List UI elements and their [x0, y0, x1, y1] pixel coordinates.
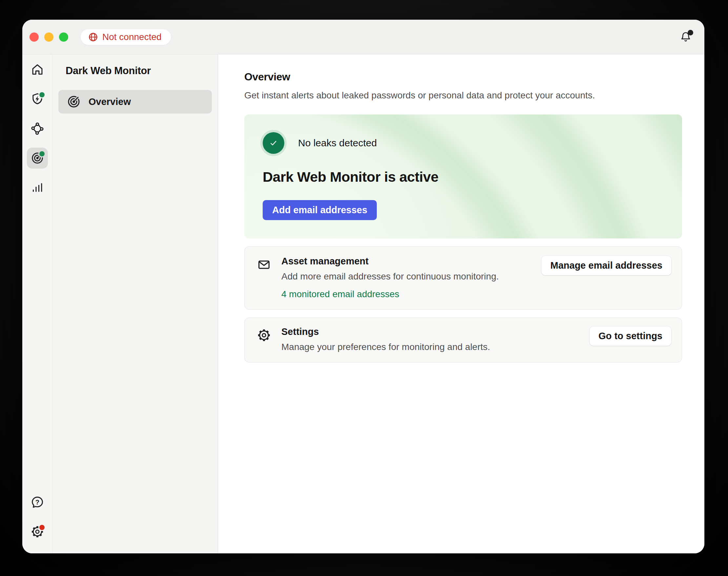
minimize-button[interactable]: [44, 32, 54, 42]
card-text: Asset management Add more email addresse…: [281, 256, 499, 299]
traffic-lights: [30, 32, 68, 42]
hero-card: No leaks detected Dark Web Monitor is ac…: [244, 114, 682, 238]
sidebar-item-label: Overview: [89, 96, 131, 107]
security-status-badge: [38, 91, 46, 98]
hero-headline: Dark Web Monitor is active: [263, 169, 664, 185]
sidebar-panel: Dark Web Monitor Overview: [53, 54, 218, 553]
asset-management-card: Asset management Add more email addresse…: [244, 246, 682, 310]
card-description: Manage your preferences for monitoring a…: [281, 342, 490, 352]
card-text: Settings Manage your preferences for mon…: [281, 326, 490, 352]
add-email-addresses-button[interactable]: Add email addresses: [263, 200, 377, 220]
rail-item-security[interactable]: [27, 89, 48, 110]
icon-rail: ?: [22, 54, 53, 553]
radar-icon: [66, 94, 81, 109]
check-icon: [268, 138, 279, 149]
gear-icon: [257, 328, 271, 344]
home-icon: [30, 62, 45, 77]
rail-item-settings[interactable]: [27, 521, 48, 542]
rail-item-statistics[interactable]: [27, 177, 48, 198]
bar-chart-icon: [30, 180, 45, 195]
network-nodes-icon: [30, 121, 45, 136]
page-description: Get instant alerts about leaked password…: [244, 90, 682, 101]
settings-alert-badge: [38, 524, 46, 531]
card-title: Settings: [281, 326, 490, 337]
help-icon: ?: [30, 495, 45, 510]
zoom-button[interactable]: [59, 32, 68, 42]
globe-icon: [88, 32, 98, 42]
rail-item-home[interactable]: [27, 59, 48, 80]
close-button[interactable]: [30, 32, 39, 42]
notifications-button[interactable]: [679, 30, 693, 44]
check-circle: [263, 132, 284, 154]
envelope-icon: [257, 257, 271, 273]
card-description: Add more email addresses for continuous …: [281, 271, 499, 282]
sidebar-item-overview[interactable]: Overview: [58, 90, 212, 114]
app-window: Not connected: [22, 20, 704, 553]
bell-badge: [688, 30, 693, 35]
monitored-emails-link[interactable]: 4 monitored email addresses: [281, 289, 400, 299]
rail-item-network[interactable]: [27, 118, 48, 139]
titlebar: Not connected: [22, 20, 704, 54]
card-title: Asset management: [281, 256, 499, 267]
connection-status-pill[interactable]: Not connected: [81, 29, 171, 45]
monitor-status-badge: [38, 150, 46, 157]
panel-title: Dark Web Monitor: [66, 65, 212, 77]
main-content: Overview Get instant alerts about leaked…: [218, 54, 704, 553]
rail-item-dark-web-monitor[interactable]: [27, 148, 48, 169]
manage-email-addresses-button[interactable]: Manage email addresses: [542, 256, 671, 275]
go-to-settings-button[interactable]: Go to settings: [590, 326, 671, 346]
page-title: Overview: [244, 71, 682, 83]
help-glyph: ?: [35, 498, 39, 506]
hero-status-text: No leaks detected: [298, 138, 377, 149]
settings-card: Settings Manage your preferences for mon…: [244, 318, 682, 363]
hero-status-row: No leaks detected: [263, 132, 664, 154]
app-body: ? Dark Web Monitor: [22, 54, 704, 553]
connection-status-label: Not connected: [102, 32, 162, 42]
rail-item-help[interactable]: ?: [27, 492, 48, 513]
